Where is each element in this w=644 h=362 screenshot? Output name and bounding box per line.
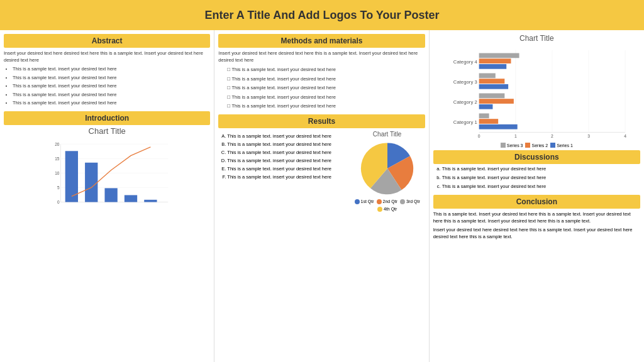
conclusion-para-2: Insert your desired text here desired te… [433, 227, 640, 240]
hbar-chart-section: Chart Title Category 4 Category 3 Catego… [433, 34, 640, 148]
legend-item-3qtr: 3rd Qtr [400, 199, 420, 204]
list-item: This is a sample text. insert your desir… [227, 75, 425, 83]
list-item: This is a sample text. insert your desir… [227, 133, 347, 139]
svg-rect-13 [104, 188, 117, 202]
svg-text:20: 20 [55, 142, 60, 146]
list-item: This is a sample text. insert your desir… [13, 92, 210, 99]
svg-rect-12 [85, 162, 97, 202]
column-2: Methods and materials Insert your desire… [214, 30, 429, 362]
svg-text:2: 2 [551, 134, 553, 138]
list-item: This is a sample text. insert your desir… [442, 166, 640, 172]
introduction-section: Introduction Chart Title 0 5 10 15 [4, 111, 210, 359]
svg-text:Category 2: Category 2 [453, 99, 477, 105]
svg-text:10: 10 [55, 171, 60, 175]
conclusion-header: Conclusion [433, 195, 640, 209]
list-item: This is a sample text. insert your desir… [227, 84, 425, 92]
list-item: This is a sample text. insert your desir… [227, 94, 425, 101]
list-item: This is a sample text. insert your desir… [227, 102, 425, 110]
list-item: This is a sample text. insert your desir… [227, 66, 425, 74]
svg-text:3: 3 [587, 134, 590, 138]
legend-item-4qtr: 4th Qtr [377, 207, 397, 212]
list-item: This is a sample text. insert your desir… [13, 75, 210, 82]
column-1: Abstract Insert your desired text here d… [0, 30, 214, 362]
svg-text:5: 5 [57, 185, 60, 190]
svg-rect-39 [479, 113, 489, 118]
abstract-intro: Insert your desired text here desired te… [4, 50, 210, 63]
main-title: Enter A Title And Add Logos To Your Post… [0, 0, 644, 30]
svg-rect-14 [125, 195, 137, 202]
list-item: This is a sample text. insert your desir… [13, 66, 210, 73]
svg-text:1: 1 [514, 134, 517, 138]
svg-text:Category 4: Category 4 [453, 59, 477, 65]
pie-chart [359, 140, 416, 197]
hbar-chart-title: Chart Title [433, 34, 640, 43]
legend-series3: Series 3 [501, 143, 523, 148]
list-item: This is a sample text. insert your desir… [13, 100, 210, 107]
methods-header: Methods and materials [218, 34, 425, 48]
list-item: This is a sample text. insert your desir… [442, 184, 640, 189]
svg-rect-37 [479, 99, 513, 104]
svg-rect-15 [144, 199, 157, 202]
methods-intro: Insert your desired text here desired te… [218, 50, 425, 63]
discussions-list: This is a sample text. insert your desir… [433, 166, 640, 189]
discussions-header: Discussions [433, 150, 640, 164]
results-header: Results [218, 114, 425, 128]
svg-rect-33 [479, 74, 495, 79]
legend-item-1qtr: 1st Qtr [355, 199, 374, 204]
results-chart-title: Chart Title [373, 131, 402, 138]
abstract-header: Abstract [4, 34, 210, 48]
pie-legend: 1st Qtr 2nd Qtr 3rd Qtr 4th Qtr [350, 199, 425, 212]
svg-rect-31 [479, 58, 511, 63]
conclusion-section: Conclusion This is a sample text. Insert… [433, 195, 640, 240]
svg-rect-36 [479, 93, 504, 98]
column-3: Chart Title Category 4 Category 3 Catego… [430, 30, 644, 362]
list-item: This is a sample text. insert your desir… [13, 83, 210, 90]
legend-series2: Series 2 [525, 143, 548, 148]
svg-text:0: 0 [57, 200, 60, 204]
svg-rect-32 [479, 64, 506, 69]
svg-rect-30 [479, 53, 519, 58]
results-section: Results This is a sample text. insert yo… [218, 114, 425, 359]
list-item: This is a sample text. insert your desir… [442, 175, 640, 180]
list-item: This is a sample text. insert your desir… [227, 141, 347, 147]
intro-chart-title: Chart Title [4, 126, 210, 136]
list-item: This is a sample text. insert your desir… [227, 150, 347, 155]
svg-rect-34 [479, 79, 504, 84]
svg-text:4: 4 [624, 134, 626, 138]
list-item: This is a sample text. insert your desir… [227, 158, 347, 163]
abstract-section: Abstract Insert your desired text here d… [4, 34, 210, 109]
conclusion-para-1: This is a sample text. Insert your desir… [433, 211, 640, 224]
methods-bullet-list: This is a sample text. insert your desir… [218, 66, 425, 110]
abstract-bullet-list: This is a sample text. insert your desir… [4, 66, 210, 107]
svg-text:15: 15 [55, 156, 60, 161]
svg-rect-41 [479, 124, 517, 129]
svg-text:Category 1: Category 1 [453, 119, 477, 125]
results-list: This is a sample text. insert your desir… [218, 133, 347, 180]
list-item: This is a sample text. insert your desir… [227, 174, 347, 180]
introduction-header: Introduction [4, 111, 210, 125]
svg-text:0: 0 [477, 134, 480, 138]
horizontal-bar-chart: Category 4 Category 3 Category 2 Categor… [433, 44, 640, 141]
svg-rect-38 [479, 104, 492, 109]
svg-rect-40 [479, 119, 498, 124]
svg-text:Category 3: Category 3 [453, 79, 477, 85]
hbar-legend: Series 3 Series 2 Series 1 [433, 143, 640, 148]
svg-rect-35 [479, 84, 508, 89]
intro-bar-chart: 0 5 10 15 20 [4, 138, 210, 214]
list-item: This is a sample text. insert your desir… [227, 166, 347, 172]
discussions-section: Discussions This is a sample text. inser… [433, 150, 640, 192]
legend-series1: Series 1 [550, 143, 573, 148]
legend-item-2qtr: 2nd Qtr [377, 199, 397, 204]
methods-section: Methods and materials Insert your desire… [218, 34, 425, 112]
